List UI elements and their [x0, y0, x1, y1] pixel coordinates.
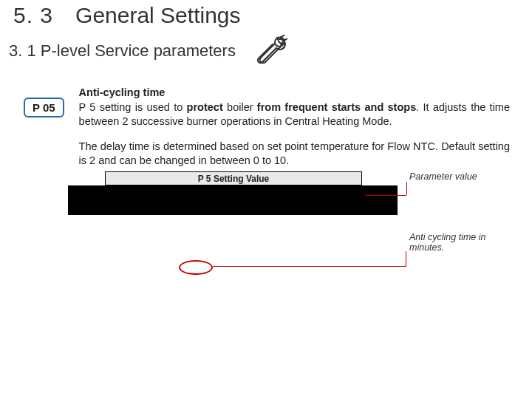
callout-leader-bottom-h — [213, 266, 406, 267]
callout-oval-icon — [179, 260, 213, 275]
txt: boiler — [223, 101, 257, 113]
parameter-title: Anti-cycling time — [79, 86, 510, 100]
parameter-badge: P 05 — [24, 98, 64, 117]
txt-bold: protect — [187, 101, 223, 113]
setting-value-body — [68, 185, 398, 215]
parameter-code: P 05 — [24, 98, 64, 117]
callout-label-anti-cycling: Anti cycling time in minutes. — [409, 232, 513, 253]
setting-value-header: P 5 Setting Value — [105, 171, 362, 185]
txt: P 5 setting is used to — [79, 101, 187, 113]
subsection-header: 3. 1 P-level Service parameters — [0, 28, 532, 75]
callout-leader-bottom-v — [406, 251, 406, 267]
parameter-description: Anti-cycling time P 5 setting is used to… — [79, 86, 510, 168]
page-header: 5. 3 General Settings — [0, 3, 532, 28]
txt-bold: from frequent starts and stops — [257, 101, 416, 113]
subsection-title: 3. 1 P-level Service parameters — [9, 41, 236, 61]
parameter-text-2: The delay time is determined based on se… — [79, 140, 510, 168]
parameter-row: P 05 Anti-cycling time P 5 setting is us… — [0, 75, 532, 168]
section-number: 5. 3 — [13, 3, 53, 28]
parameter-text-1: P 5 setting is used to protect boiler fr… — [79, 101, 510, 128]
setting-value-figure: P 5 Setting Value Parameter value Anti c… — [68, 171, 510, 290]
wrench-icon — [249, 34, 292, 68]
section-title: General Settings — [75, 3, 240, 28]
callout-label-parameter-value: Parameter value — [409, 171, 505, 182]
